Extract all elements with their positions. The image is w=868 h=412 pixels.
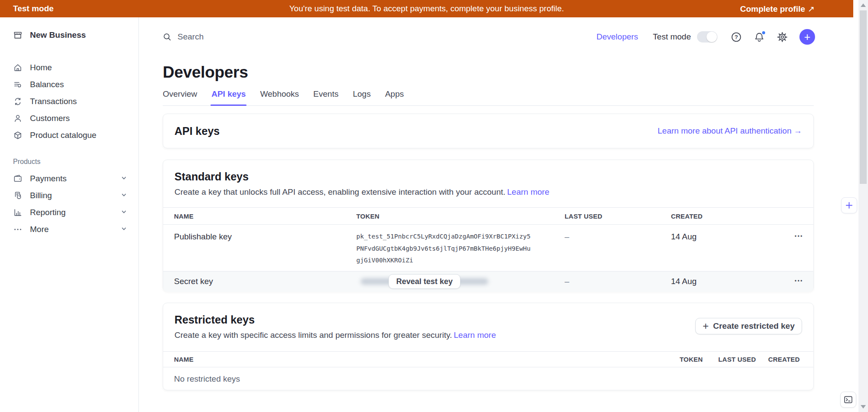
- link-label: Learn more about API authentication: [658, 126, 791, 135]
- test-mode-banner: Test mode You're using test data. To acc…: [0, 0, 853, 17]
- tab-api-keys[interactable]: API keys: [211, 89, 246, 105]
- sidebar-item-reporting[interactable]: Reporting: [0, 204, 138, 221]
- scrollbar-up-arrow[interactable]: [861, 3, 866, 7]
- created-value: 14 Aug: [671, 231, 785, 243]
- description-text: Create a key that unlocks full API acces…: [174, 187, 506, 196]
- sidebar-item-billing[interactable]: Billing: [0, 187, 138, 204]
- payments-icon: [13, 174, 23, 183]
- test-mode-toggle[interactable]: [697, 31, 717, 43]
- arrow-right-icon: →: [794, 126, 802, 135]
- billing-icon: [13, 191, 23, 200]
- banner-message: You're using test data. To accept paymen…: [289, 4, 564, 13]
- developer-console-button[interactable]: [840, 392, 856, 408]
- column-header-created: CREATED: [671, 213, 785, 220]
- sidebar-item-label: Payments: [30, 174, 66, 183]
- gear-icon: [776, 31, 788, 43]
- token-line: PNFvdGUCgtbK4gb9Jv6ts6jlTqjP67mBkTHe6pjy…: [356, 243, 565, 255]
- secret-key-token-hidden: Reveal test key: [356, 271, 565, 292]
- search-placeholder: Search: [178, 32, 204, 42]
- sidebar-item-product-catalogue[interactable]: Product catalogue: [0, 127, 138, 144]
- storefront-icon: [13, 30, 23, 40]
- sidebar-item-more[interactable]: More: [0, 221, 138, 238]
- standard-keys-learn-more-link[interactable]: Learn more: [507, 187, 549, 196]
- svg-text:?: ?: [735, 34, 738, 40]
- account-switcher[interactable]: New Business: [0, 17, 138, 40]
- sidebar-item-customers[interactable]: Customers: [0, 110, 138, 127]
- reveal-test-key-button[interactable]: Reveal test key: [388, 274, 460, 289]
- tab-logs[interactable]: Logs: [353, 89, 371, 105]
- sidebar-item-label: Reporting: [30, 208, 66, 217]
- token-line: gjGiV00hXKROiZi: [356, 255, 565, 267]
- scrollbar-down-arrow[interactable]: [861, 405, 866, 409]
- complete-profile-label: Complete profile: [740, 4, 805, 13]
- standard-keys-card: Standard keys Create a key that unlocks …: [163, 160, 814, 291]
- header-actions: Developers Test mode ? +: [596, 28, 815, 46]
- empty-state-message: No restricted keys: [163, 367, 813, 384]
- column-header-name: NAME: [163, 213, 356, 220]
- table-row-secret-key: Secret key Reveal test key – 14 Aug •••: [163, 271, 813, 292]
- search-input[interactable]: Search: [162, 29, 405, 45]
- restricted-keys-learn-more-link[interactable]: Learn more: [454, 330, 496, 340]
- sidebar-item-label: Balances: [30, 80, 64, 89]
- token-line: pk_test_51PnbcrC5LyRxdCQjaDzgAmOFi9XrBC1…: [356, 231, 565, 243]
- sidebar: New Business Home Balances Transactions …: [0, 17, 139, 412]
- column-header-last-used: LAST USED: [718, 356, 768, 363]
- terminal-icon: [843, 395, 853, 405]
- sidebar-item-payments[interactable]: Payments: [0, 170, 138, 187]
- tab-events[interactable]: Events: [313, 89, 339, 105]
- chevron-down-icon: [121, 208, 127, 217]
- reporting-icon: [13, 208, 23, 217]
- sidebar-section-products: Products: [13, 158, 138, 166]
- help-icon: ?: [730, 31, 742, 43]
- banner-test-mode-label: Test mode: [13, 4, 54, 13]
- standard-keys-title: Standard keys: [174, 170, 802, 183]
- column-header-token: TOKEN: [680, 356, 718, 363]
- column-header-token: TOKEN: [356, 213, 565, 220]
- restricted-keys-card: Restricted keys Create a key with specif…: [163, 303, 814, 390]
- tab-apps[interactable]: Apps: [385, 89, 404, 105]
- developers-link[interactable]: Developers: [596, 32, 638, 42]
- restricted-keys-table-header: NAME TOKEN LAST USED CREATED: [163, 351, 813, 367]
- standard-keys-description: Create a key that unlocks full API acces…: [174, 187, 802, 197]
- column-header-name: NAME: [163, 356, 680, 363]
- sidebar-item-label: Customers: [30, 114, 70, 123]
- scrollbar-thumb[interactable]: [860, 10, 867, 184]
- api-auth-learn-more-link[interactable]: Learn more about API authentication →: [658, 126, 802, 136]
- tab-webhooks[interactable]: Webhooks: [260, 89, 299, 105]
- home-icon: [13, 63, 23, 72]
- table-row-publishable-key: Publishable key pk_test_51PnbcrC5LyRxdCQ…: [163, 225, 813, 271]
- column-header-created: CREATED: [768, 356, 813, 363]
- standard-keys-table-header: NAME TOKEN LAST USED CREATED: [163, 207, 813, 225]
- column-header-last-used: LAST USED: [565, 213, 671, 220]
- complete-profile-link[interactable]: Complete profile↗: [740, 4, 815, 14]
- help-button[interactable]: ?: [730, 31, 742, 43]
- chevron-down-icon: [121, 225, 127, 234]
- row-overflow-menu-button[interactable]: •••: [785, 275, 813, 288]
- balances-icon: [13, 80, 23, 89]
- more-icon: [13, 225, 23, 234]
- sidebar-item-label: More: [30, 225, 49, 234]
- last-used-value: –: [565, 277, 671, 286]
- toggle-knob: [707, 32, 717, 42]
- chevron-down-icon: [121, 174, 127, 183]
- plus-icon: +: [804, 32, 811, 43]
- business-name: New Business: [30, 30, 86, 40]
- workbench-add-button[interactable]: [841, 197, 857, 213]
- row-overflow-menu-button[interactable]: •••: [785, 231, 813, 243]
- settings-button[interactable]: [776, 31, 788, 43]
- scrollbar: [858, 0, 868, 412]
- tab-overview[interactable]: Overview: [163, 89, 197, 105]
- notifications-button[interactable]: [753, 31, 765, 43]
- key-name: Secret key: [163, 277, 356, 286]
- create-menu-button[interactable]: +: [799, 29, 815, 45]
- key-name: Publishable key: [163, 231, 356, 243]
- create-restricted-key-label: Create restricted key: [713, 321, 795, 331]
- sidebar-item-home[interactable]: Home: [0, 59, 138, 76]
- sidebar-item-transactions[interactable]: Transactions: [0, 93, 138, 110]
- sidebar-item-balances[interactable]: Balances: [0, 76, 138, 93]
- sidebar-item-label: Product catalogue: [30, 131, 96, 140]
- plus-icon: [845, 201, 854, 210]
- developers-tabs: Overview API keys Webhooks Events Logs A…: [163, 89, 814, 106]
- create-restricted-key-button[interactable]: + Create restricted key: [695, 318, 802, 334]
- transactions-icon: [13, 97, 23, 106]
